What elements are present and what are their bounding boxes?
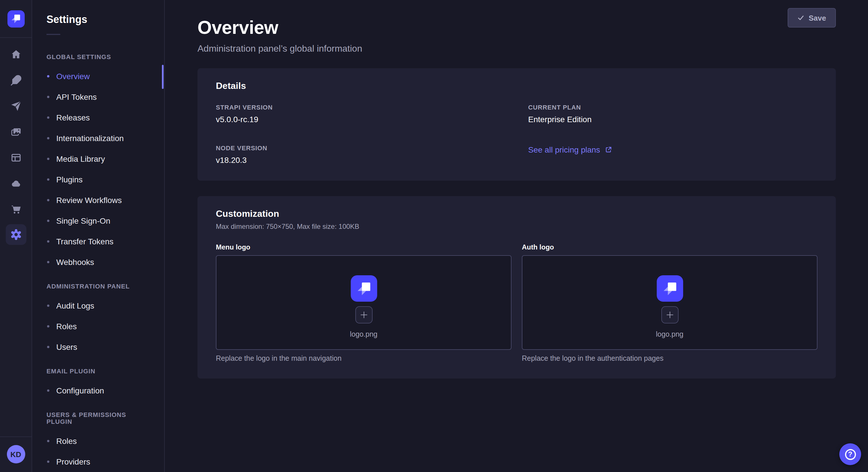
bullet-icon	[47, 346, 50, 348]
subnav-item-up-roles[interactable]: Roles	[32, 431, 164, 451]
plus-icon	[665, 310, 674, 318]
auth-logo-field: Auth logo	[522, 243, 817, 363]
current-plan-field: CURRENT PLAN Enterprise Edition	[528, 104, 817, 124]
subnav-item-label: Overview	[56, 72, 90, 81]
subnav-item-admin-roles[interactable]: Roles	[32, 316, 164, 337]
bullet-icon	[47, 116, 50, 119]
section-label-administration-panel: ADMINISTRATION PANEL	[46, 283, 150, 290]
bullet-icon	[47, 440, 50, 442]
subnav-item-up-providers[interactable]: Providers	[32, 451, 164, 472]
nav-media-library[interactable]	[0, 119, 32, 144]
nav-marketplace[interactable]	[0, 196, 32, 222]
bullet-icon	[47, 75, 50, 77]
subnav-item-webhooks[interactable]: Webhooks	[32, 252, 164, 272]
current-plan-value: Enterprise Edition	[528, 115, 817, 124]
nav-content-manager[interactable]	[0, 144, 32, 170]
strapi-logo[interactable]	[7, 10, 24, 27]
subnav-item-label: Audit Logs	[56, 301, 94, 310]
nav-home[interactable]	[0, 41, 32, 67]
subnav-item-label: Transfer Tokens	[56, 237, 113, 246]
settings-subnav: Settings GLOBAL SETTINGS Overview API To…	[32, 0, 165, 472]
auth-logo-upload-box[interactable]: logo.png	[522, 255, 817, 350]
subnav-scrollbar-thumb[interactable]	[162, 65, 164, 89]
pricing-plans-link[interactable]: See all pricing plans	[528, 145, 612, 154]
subnav-item-admin-users[interactable]: Users	[32, 337, 164, 357]
auth-logo-hint: Replace the logo in the authentication p…	[522, 355, 817, 363]
subnav-list: GLOBAL SETTINGS Overview API Tokens Rele…	[32, 35, 164, 472]
subnav-item-review-workflows[interactable]: Review Workflows	[32, 190, 164, 210]
pricing-plans-cell: See all pricing plans	[528, 144, 817, 165]
layout-icon	[10, 152, 22, 163]
node-version-label: NODE VERSION	[216, 144, 505, 151]
workplace-header	[0, 0, 32, 38]
subnav-item-transfer-tokens[interactable]: Transfer Tokens	[32, 231, 164, 252]
subnav-item-media-library[interactable]: Media Library	[32, 148, 164, 169]
external-link-icon	[606, 146, 612, 153]
save-button[interactable]: Save	[787, 8, 836, 28]
page-subtitle: Administration panel’s global informatio…	[197, 43, 836, 54]
bullet-icon	[47, 96, 50, 98]
strapi-version-value: v5.0.0-rc.19	[216, 115, 505, 124]
plus-icon	[360, 310, 368, 318]
menu-logo-upload-box[interactable]: logo.png	[216, 255, 512, 350]
strapi-admin-settings-page: KD Settings GLOBAL SETTINGS Overview API…	[0, 0, 868, 472]
subnav-item-api-tokens[interactable]: API Tokens	[32, 87, 164, 107]
user-avatar[interactable]: KD	[7, 445, 25, 463]
details-grid: STRAPI VERSION v5.0.0-rc.19 CURRENT PLAN…	[216, 104, 817, 165]
help-button[interactable]: ?	[839, 443, 861, 465]
home-icon	[10, 48, 22, 60]
feather-icon	[10, 74, 22, 86]
nav-content-type-builder[interactable]	[0, 67, 32, 93]
strapi-version-label: STRAPI VERSION	[216, 104, 505, 111]
nav-settings[interactable]	[5, 224, 26, 245]
section-label-email-plugin: EMAIL PLUGIN	[46, 368, 150, 374]
auth-logo-add-button[interactable]	[661, 306, 678, 323]
main-nav-rail: KD	[0, 0, 32, 472]
check-icon	[797, 14, 804, 21]
menu-logo-field: Menu logo	[216, 243, 512, 363]
subnav-item-label: Single Sign-On	[56, 216, 110, 225]
menu-logo-preview	[350, 275, 377, 301]
pricing-plans-link-label: See all pricing plans	[528, 145, 600, 154]
bullet-icon	[47, 240, 50, 243]
customization-card-title: Customization	[216, 209, 817, 219]
subnav-item-email-configuration[interactable]: Configuration	[32, 380, 164, 401]
section-label-global-settings: GLOBAL SETTINGS	[46, 53, 150, 60]
menu-logo-add-button[interactable]	[355, 306, 372, 323]
details-card: Details STRAPI VERSION v5.0.0-rc.19 CURR…	[197, 68, 836, 181]
bullet-icon	[47, 305, 50, 307]
paper-plane-icon	[10, 100, 22, 111]
subnav-item-internationalization[interactable]: Internationalization	[32, 128, 164, 148]
section-label-users-permissions-plugin: USERS & PERMISSIONS PLUGIN	[46, 411, 150, 425]
bullet-icon	[47, 178, 50, 181]
gear-icon	[9, 228, 22, 241]
current-plan-label: CURRENT PLAN	[528, 104, 817, 111]
rail-icon-list	[0, 41, 32, 222]
bullet-icon	[47, 261, 50, 263]
subnav-item-overview[interactable]: Overview	[32, 66, 164, 87]
nav-deploy[interactable]	[0, 93, 32, 119]
pictures-icon	[10, 126, 22, 137]
subnav-item-label: Users	[56, 342, 77, 351]
subnav-item-releases[interactable]: Releases	[32, 107, 164, 128]
subnav-item-label: Plugins	[56, 175, 83, 184]
subnav-title: Settings	[32, 0, 164, 26]
subnav-item-label: Internationalization	[56, 134, 124, 143]
page-header: Overview Administration panel’s global i…	[197, 0, 836, 68]
subnav-item-label: Media Library	[56, 154, 105, 164]
subnav-item-plugins[interactable]: Plugins	[32, 169, 164, 190]
subnav-item-single-sign-on[interactable]: Single Sign-On	[32, 210, 164, 231]
strapi-logo-icon	[662, 280, 678, 296]
auth-logo-filename: logo.png	[656, 330, 683, 338]
auth-logo-label: Auth logo	[522, 243, 817, 251]
strapi-version-field: STRAPI VERSION v5.0.0-rc.19	[216, 104, 505, 124]
bullet-icon	[47, 220, 50, 222]
subnav-item-label: Roles	[56, 322, 77, 331]
nav-cloud[interactable]	[0, 170, 32, 196]
subnav-item-label: Providers	[56, 457, 90, 466]
subnav-item-audit-logs[interactable]: Audit Logs	[32, 295, 164, 316]
menu-logo-label: Menu logo	[216, 243, 512, 251]
bullet-icon	[47, 325, 50, 328]
subnav-item-label: Releases	[56, 113, 90, 122]
bullet-icon	[47, 390, 50, 392]
